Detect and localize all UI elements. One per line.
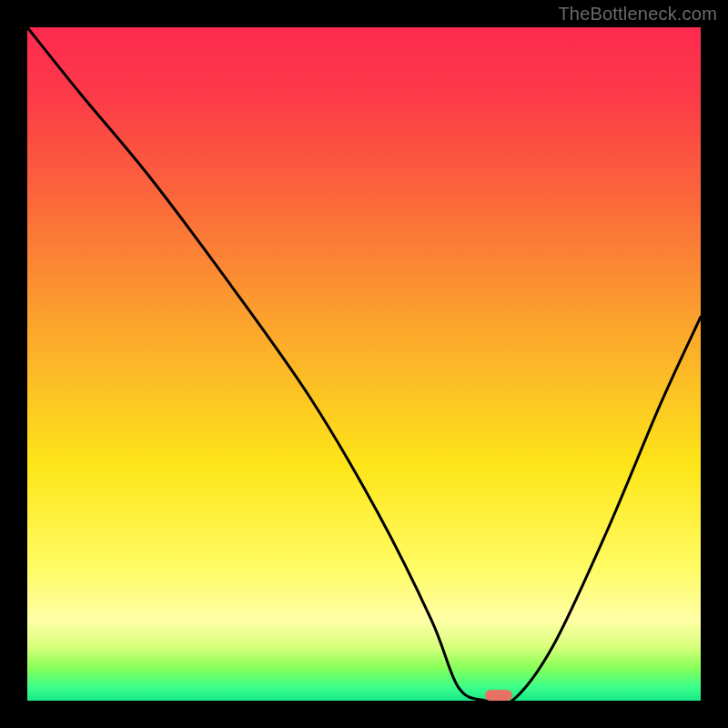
bottleneck-curve [27, 27, 701, 701]
plot-area [27, 27, 701, 701]
optimal-marker [485, 690, 512, 701]
chart-frame: TheBottleneck.com [0, 0, 728, 728]
watermark-text: TheBottleneck.com [558, 4, 717, 25]
